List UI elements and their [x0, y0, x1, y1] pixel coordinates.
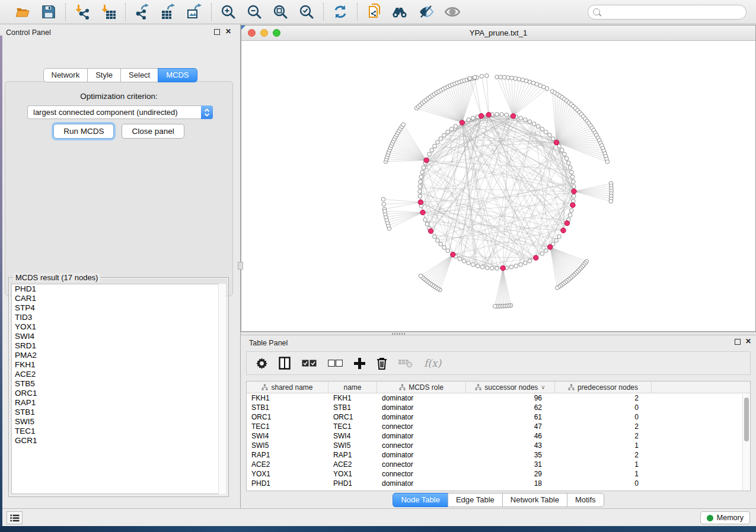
close-panel-button[interactable]: Close panel: [122, 124, 184, 139]
mcds-result-item[interactable]: PMA2: [12, 351, 225, 360]
table-cell[interactable]: 96: [466, 394, 555, 402]
node-table[interactable]: shared namenameMCDS rolesuccessor nodes∨…: [246, 381, 751, 491]
table-row[interactable]: ACE2ACE2connector311: [247, 460, 750, 469]
table-scrollbar-thumb[interactable]: [744, 398, 749, 441]
table-cell[interactable]: STB1: [247, 403, 328, 412]
export-table-icon[interactable]: [160, 3, 177, 21]
table-cell[interactable]: 61: [466, 413, 555, 421]
mcds-result-item[interactable]: SRD1: [12, 341, 225, 351]
table-row[interactable]: YOX1YOX1connector291: [247, 469, 750, 479]
table-cell[interactable]: 1: [555, 441, 652, 450]
network-search-field[interactable]: [588, 5, 747, 20]
table-cell[interactable]: connector: [377, 441, 466, 450]
table-scrollbar[interactable]: [742, 394, 750, 491]
vertical-splitter-handle[interactable]: [238, 262, 243, 270]
mcds-result-item[interactable]: TID3: [12, 313, 225, 322]
search-input[interactable]: [604, 8, 741, 16]
mcds-result-item[interactable]: CAR1: [12, 294, 225, 303]
settings-gear-icon[interactable]: [256, 356, 267, 370]
export-image-icon[interactable]: [186, 3, 203, 21]
table-cell[interactable]: SWI5: [247, 441, 328, 450]
table-row[interactable]: PHD1PHD1dominator180: [247, 479, 750, 488]
mcds-list-scrollbar[interactable]: [218, 284, 226, 494]
deselect-all-checkboxes-icon[interactable]: [328, 356, 343, 370]
table-cell[interactable]: RAP1: [247, 451, 328, 459]
save-session-icon[interactable]: [40, 3, 58, 21]
mcds-result-item[interactable]: RAP1: [12, 398, 225, 408]
table-cell[interactable]: connector: [377, 470, 466, 478]
show-column-icon[interactable]: [279, 356, 291, 370]
zoom-selected-icon[interactable]: [298, 3, 315, 21]
column-header-shared-name[interactable]: shared name: [247, 382, 328, 393]
table-row[interactable]: SWI4SWI4dominator462: [247, 431, 750, 441]
column-header-successor-nodes[interactable]: successor nodes∨: [466, 382, 555, 393]
clone-network-icon[interactable]: [365, 3, 383, 21]
table-cell[interactable]: TEC1: [247, 422, 328, 431]
table-cell[interactable]: 43: [466, 441, 555, 450]
import-network-icon[interactable]: [74, 3, 91, 21]
table-cell[interactable]: SWI5: [328, 441, 377, 450]
table-cell[interactable]: dominator: [377, 403, 466, 412]
table-cell[interactable]: ACE2: [247, 460, 328, 469]
column-header-MCDS-role[interactable]: MCDS role: [377, 382, 466, 393]
mcds-result-item[interactable]: PHD1: [12, 284, 225, 294]
splitter-handle[interactable]: [392, 333, 405, 335]
close-panel-icon[interactable]: ✕: [225, 28, 231, 35]
table-cell[interactable]: ORC1: [328, 413, 377, 421]
table-cell[interactable]: TEC1: [328, 422, 377, 431]
table-cell[interactable]: 2: [555, 394, 652, 402]
show-graphics-details-icon[interactable]: [444, 3, 461, 21]
table-cell[interactable]: dominator: [377, 413, 466, 421]
table-cell[interactable]: FKH1: [247, 394, 328, 402]
table-cell[interactable]: dominator: [377, 394, 466, 402]
table-cell[interactable]: 1: [555, 470, 652, 478]
table-cell[interactable]: connector: [377, 460, 466, 469]
table-cell[interactable]: dominator: [377, 479, 466, 488]
search-networks-icon[interactable]: [391, 3, 409, 21]
tab-style[interactable]: Style: [87, 68, 121, 82]
table-row[interactable]: ORC1ORC1dominator610: [247, 412, 750, 422]
table-row[interactable]: STB1STB1dominator620: [247, 403, 750, 412]
delete-column-icon[interactable]: [377, 356, 387, 370]
table-cell[interactable]: YOX1: [328, 470, 377, 478]
table-cell[interactable]: PHD1: [328, 479, 377, 488]
table-cell[interactable]: 2: [555, 422, 652, 431]
table-row[interactable]: RAP1RAP1dominator352: [247, 450, 750, 460]
mcds-result-item[interactable]: TEC1: [12, 427, 225, 436]
open-file-icon[interactable]: [14, 3, 31, 21]
table-row[interactable]: SWI5SWI5connector431: [247, 441, 750, 450]
tab-node-table[interactable]: Node Table: [393, 493, 448, 507]
table-cell[interactable]: 2: [555, 451, 652, 459]
mcds-result-item[interactable]: STP4: [12, 303, 225, 313]
mcds-result-item[interactable]: ACE2: [12, 370, 225, 379]
table-row[interactable]: FKH1FKH1dominator962: [247, 393, 750, 403]
table-cell[interactable]: 29: [466, 470, 555, 478]
select-all-checkboxes-icon[interactable]: [302, 356, 317, 370]
tab-network[interactable]: Network: [43, 68, 88, 82]
table-row[interactable]: TEC1TEC1connector472: [247, 422, 750, 431]
tab-network-table[interactable]: Network Table: [502, 493, 567, 507]
table-cell[interactable]: ACE2: [328, 460, 377, 469]
mcds-result-item[interactable]: SWI4: [12, 332, 225, 341]
table-cell[interactable]: 31: [466, 460, 555, 469]
zoom-fit-icon[interactable]: [272, 3, 289, 21]
memory-button[interactable]: Memory: [700, 511, 750, 524]
table-cell[interactable]: SWI4: [328, 432, 377, 440]
import-table-icon[interactable]: [100, 3, 117, 21]
table-cell[interactable]: 0: [555, 479, 652, 488]
column-header-name[interactable]: name: [328, 382, 377, 393]
table-cell[interactable]: SWI4: [247, 432, 328, 440]
float-table-panel-icon[interactable]: [735, 339, 741, 345]
zoom-out-icon[interactable]: [245, 3, 263, 21]
table-cell[interactable]: 47: [466, 422, 555, 431]
table-cell[interactable]: connector: [377, 422, 466, 431]
mcds-result-item[interactable]: YOX1: [12, 322, 225, 332]
task-history-button[interactable]: [7, 511, 23, 524]
zoom-in-icon[interactable]: [219, 3, 237, 21]
export-network-icon[interactable]: [133, 3, 151, 21]
table-cell[interactable]: 2: [555, 432, 652, 440]
table-cell[interactable]: 1: [555, 460, 652, 469]
mcds-result-list[interactable]: PHD1CAR1STP4TID3YOX1SWI4SRD1PMA2FKH1ACE2…: [11, 284, 226, 494]
refresh-icon[interactable]: [331, 3, 349, 21]
close-table-panel-icon[interactable]: ✕: [745, 338, 751, 345]
